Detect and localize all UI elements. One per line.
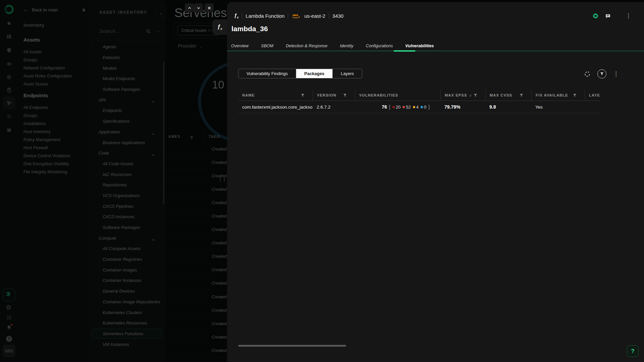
fix-available-cell: Yes xyxy=(531,101,585,113)
filter-funnel-icon[interactable] xyxy=(305,94,309,97)
max-cvss-cell: 9.8 xyxy=(485,101,531,113)
max-epss-cell: 79.79% xyxy=(440,101,485,113)
filter-funnel-icon[interactable] xyxy=(577,94,581,97)
column-label: FIX AVAILABLE xyxy=(536,93,568,97)
filter-funnel-icon[interactable] xyxy=(478,94,481,97)
previous-asset-button[interactable] xyxy=(185,3,194,12)
table-actions: ⋮ xyxy=(584,69,619,78)
divider xyxy=(288,13,288,19)
active-tab-indicator xyxy=(394,50,415,52)
severity-count: 4 xyxy=(416,105,419,110)
column-header-name[interactable]: NAME xyxy=(238,90,313,101)
asset-detail-drawer: ƒx ƒx Lambda Function aws us-east-2 3430… xyxy=(227,2,644,362)
packages-table: NAMEVERSIONVULNERABILITIESMAX EPSS↓↑MAX … xyxy=(238,90,600,113)
column-label: NAME xyxy=(242,93,255,97)
column-header-vulnerabilities[interactable]: VULNERABILITIES xyxy=(355,90,440,101)
asset-type-label: Lambda Function xyxy=(246,13,284,19)
svg-text:aws: aws xyxy=(292,13,298,17)
help-button[interactable]: ? xyxy=(627,345,639,357)
lambda-tab-notch: ƒx xyxy=(212,19,227,35)
column-header-layers[interactable]: LAYERS xyxy=(585,90,600,101)
column-label: VULNERABILITIES xyxy=(359,93,398,97)
subtab-vulnerability-findings[interactable]: Vulnerability Findings xyxy=(238,69,296,78)
region-label: us-east-2 xyxy=(304,13,325,19)
column-header-max-cvss[interactable]: MAX CVSS xyxy=(485,90,531,101)
subtab-packages[interactable]: Packages xyxy=(296,69,332,78)
severity-count: 52 xyxy=(406,105,411,110)
severity-dot xyxy=(392,106,395,108)
severity-2: 4 xyxy=(413,105,419,110)
filter-button[interactable] xyxy=(597,69,606,78)
column-header-version[interactable]: VERSION xyxy=(313,90,355,101)
version-cell: 2.6.7.2 xyxy=(313,101,355,113)
asset-count: 3430 xyxy=(332,13,343,19)
subtab-layers[interactable]: Layers xyxy=(332,69,362,78)
sort-icon[interactable]: ↓↑ xyxy=(469,94,471,97)
severity-3: 0 xyxy=(421,105,426,110)
bracket-close: ] xyxy=(428,104,430,110)
close-drawer-button[interactable] xyxy=(205,3,214,12)
more-options-icon[interactable]: ⋮ xyxy=(626,13,631,19)
bracket-open: [ xyxy=(389,104,390,110)
severity-0: 20 xyxy=(392,105,400,110)
drawer-breadcrumb: ƒx Lambda Function aws us-east-2 3430 xyxy=(234,11,343,20)
drawer-subtabs: Vulnerability FindingsPackagesLayers xyxy=(238,69,362,78)
comments-icon[interactable] xyxy=(605,13,611,18)
asset-name-title: lambda_36 xyxy=(231,25,268,33)
divider xyxy=(329,13,329,19)
aws-logo-icon: aws xyxy=(291,13,301,19)
column-header-fix-available[interactable]: FIX AVAILABLE xyxy=(531,90,585,101)
lambda-function-icon: ƒx xyxy=(234,12,238,19)
filter-funnel-icon[interactable] xyxy=(524,94,527,97)
column-label: MAX CVSS xyxy=(490,93,512,97)
tabs-underline xyxy=(227,51,644,51)
severity-1: 52 xyxy=(402,105,411,110)
package-name-cell: com.fasterxml.jackson.core_jackson-datab… xyxy=(238,101,313,113)
severity-dot xyxy=(421,106,423,108)
column-label: VERSION xyxy=(317,93,336,97)
severity-count: 20 xyxy=(396,105,400,110)
vulnerabilities-cell: 76[205240] xyxy=(355,101,440,113)
drawer-header-actions: ⋮ xyxy=(593,11,631,20)
severity-count: 0 xyxy=(424,105,426,110)
next-asset-button[interactable] xyxy=(194,3,203,12)
divider xyxy=(242,13,242,19)
filter-funnel-icon[interactable] xyxy=(347,94,351,97)
severity-dot xyxy=(413,106,415,108)
refresh-icon[interactable] xyxy=(584,71,591,77)
screen: ⚙ ? MM ←Back to main Inventory AssetsAll… xyxy=(0,0,644,362)
column-header-max-epss[interactable]: MAX EPSS↓↑ xyxy=(440,90,485,101)
table-header-row: NAMEVERSIONVULNERABILITIESMAX EPSS↓↑MAX … xyxy=(238,90,600,101)
drawer-resize-handle[interactable]: ⋮⋮ xyxy=(218,177,226,182)
lambda-function-icon: ƒx xyxy=(217,23,222,31)
column-label: LAYERS xyxy=(589,93,600,97)
severity-dot xyxy=(402,106,405,108)
orca-score-icon[interactable] xyxy=(593,14,598,18)
vuln-total: 76 xyxy=(382,104,387,110)
table-more-options-icon[interactable]: ⋮ xyxy=(613,71,619,77)
column-label: MAX EPSS xyxy=(445,93,467,97)
horizontal-scrollbar[interactable] xyxy=(238,345,346,347)
table-row[interactable]: com.fasterxml.jackson.core_jackson-datab… xyxy=(238,101,600,113)
